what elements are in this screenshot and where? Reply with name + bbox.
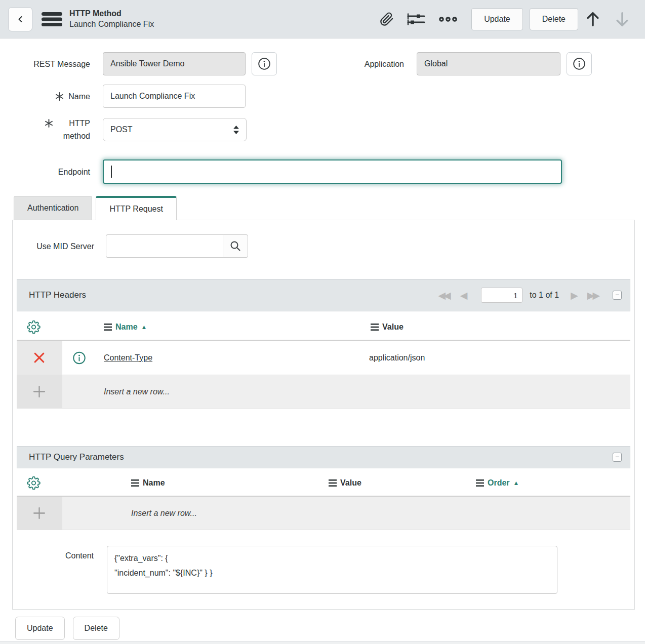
previous-page-icon[interactable]: ◀ <box>456 291 472 300</box>
column-context-icon <box>104 324 112 331</box>
row-value-cell[interactable]: application/json <box>369 353 425 363</box>
form-footer: Update Delete <box>15 617 645 640</box>
column-header-order[interactable]: Order ▲ <box>476 478 519 488</box>
form-tabs: Authentication HTTP Request <box>14 196 645 220</box>
insert-row-label[interactable]: Insert a new row... <box>104 387 170 396</box>
settings-gear-icon[interactable] <box>27 476 41 490</box>
sort-ascending-icon: ▲ <box>141 324 147 331</box>
mid-server-lookup-button[interactable] <box>223 234 248 258</box>
required-icon <box>55 92 64 101</box>
form-header-bar: HTTP Method Launch Compliance Fix Update… <box>0 0 645 38</box>
back-button[interactable] <box>8 7 32 31</box>
rest-message-field[interactable] <box>103 52 246 75</box>
more-options-icon[interactable] <box>438 16 458 22</box>
update-button-header[interactable]: Update <box>471 8 523 30</box>
insert-row-button[interactable] <box>17 375 62 408</box>
application-info-button[interactable] <box>567 52 592 75</box>
settings-gear-icon[interactable] <box>27 320 41 334</box>
mid-server-field[interactable] <box>106 234 223 258</box>
info-icon <box>573 57 586 70</box>
column-header-value[interactable]: Value <box>329 478 361 488</box>
tab-authentication[interactable]: Authentication <box>14 196 92 220</box>
record-name-subtitle: Launch Compliance Fix <box>69 19 154 30</box>
scroll-down-icon[interactable] <box>615 11 630 27</box>
pagination-range-text: to 1 of 1 <box>530 291 559 300</box>
plus-icon <box>33 507 46 519</box>
personalize-form-icon[interactable] <box>407 12 425 27</box>
column-context-icon <box>476 479 484 487</box>
mid-server-label: Use MID Server <box>17 240 94 253</box>
collapse-icon[interactable]: − <box>613 453 622 462</box>
query-params-column-header-row: Name Value Order ▲ <box>17 470 630 497</box>
text-caret <box>111 166 112 178</box>
column-context-icon <box>131 479 139 487</box>
pagination: ◀◀ ◀ to 1 of 1 ▶ ▶▶ <box>433 288 604 303</box>
http-method-label: HTTP method <box>14 117 90 142</box>
http-request-panel: Use MID Server HTTP Headers ◀◀ ◀ to 1 of… <box>12 220 635 610</box>
first-page-icon[interactable]: ◀◀ <box>433 291 455 300</box>
required-icon <box>45 119 53 128</box>
row-info-button[interactable] <box>72 351 86 365</box>
scroll-up-icon[interactable] <box>585 11 600 27</box>
insert-row-button[interactable] <box>17 497 62 530</box>
next-page-icon[interactable]: ▶ <box>566 291 583 300</box>
bottom-strip <box>0 641 645 644</box>
application-field[interactable] <box>417 52 560 75</box>
column-header-name[interactable]: Name <box>131 478 165 488</box>
tab-http-request[interactable]: HTTP Request <box>96 196 177 220</box>
select-caret-icon <box>233 126 239 134</box>
delete-x-icon <box>33 352 45 364</box>
content-label: Content <box>17 546 94 594</box>
delete-button-header[interactable]: Delete <box>530 8 578 30</box>
name-field[interactable] <box>103 85 246 108</box>
table-row: Content-Type application/json <box>17 341 630 375</box>
record-type-title: HTTP Method <box>69 9 154 19</box>
http-headers-column-header-row: Name ▲ Value <box>17 314 630 341</box>
column-context-icon <box>371 324 379 331</box>
insert-row[interactable]: Insert a new row... <box>17 375 630 409</box>
endpoint-label: Endpoint <box>14 166 90 178</box>
column-header-name[interactable]: Name ▲ <box>104 323 147 332</box>
endpoint-field[interactable] <box>103 159 562 184</box>
http-headers-title: HTTP Headers <box>29 290 86 300</box>
http-method-select[interactable]: POST <box>103 118 247 141</box>
query-params-section-bar: HTTP Query Parameters − <box>17 446 630 468</box>
search-icon <box>229 240 241 252</box>
content-field[interactable]: {"extra_vars": { "incident_num": "${INC}… <box>107 546 557 594</box>
form-body: REST Message Application Name <box>0 38 645 644</box>
column-context-icon <box>329 479 337 487</box>
column-header-value[interactable]: Value <box>371 323 404 332</box>
delete-button-footer[interactable]: Delete <box>73 617 119 640</box>
row-name-cell[interactable]: Content-Type <box>104 353 152 363</box>
chevron-left-icon <box>15 14 25 24</box>
delete-row-button[interactable] <box>17 341 62 375</box>
insert-row-label[interactable]: Insert a new row... <box>131 509 197 518</box>
insert-row[interactable]: Insert a new row... <box>17 497 630 530</box>
rest-message-info-button[interactable] <box>252 52 277 75</box>
collapse-icon[interactable]: − <box>613 291 622 300</box>
query-params-title: HTTP Query Parameters <box>29 452 124 462</box>
last-page-icon[interactable]: ▶▶ <box>583 291 604 300</box>
application-label: Application <box>329 58 404 70</box>
context-menu-icon[interactable] <box>42 12 62 27</box>
info-icon <box>258 57 271 70</box>
sort-ascending-icon: ▲ <box>513 479 519 487</box>
rest-message-label: REST Message <box>14 58 90 70</box>
http-headers-section-bar: HTTP Headers ◀◀ ◀ to 1 of 1 ▶ ▶▶ − <box>17 279 630 311</box>
attachment-icon[interactable] <box>380 12 394 26</box>
page-number-input[interactable] <box>481 288 522 303</box>
plus-icon <box>33 385 46 398</box>
name-label: Name <box>14 90 90 103</box>
update-button-footer[interactable]: Update <box>15 617 65 640</box>
